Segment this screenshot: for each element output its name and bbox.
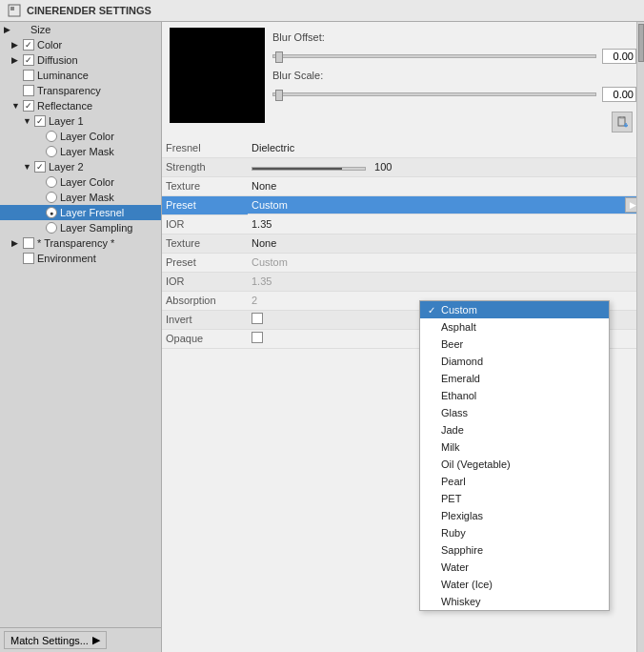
dropdown-item-6[interactable]: Glass [420,404,609,421]
tree-item-layer1[interactable]: ▼Layer 1 [0,113,161,129]
dropdown-check: ✓ [428,305,441,316]
tree-item-layer2-color[interactable]: Layer Color [0,174,161,190]
blur-offset-thumb[interactable] [275,51,283,63]
dropdown-item-9[interactable]: Oil (Vegetable) [420,456,609,473]
tree-radio[interactable] [46,192,57,203]
tree-checkbox[interactable] [23,54,34,66]
tree-toggle[interactable]: ▶ [4,25,15,34]
prop-name-2: Texture [162,176,248,195]
dropdown-item-label: Ruby [441,527,466,539]
tree-radio[interactable] [46,131,57,142]
tree-toggle[interactable]: ▼ [23,116,34,126]
tree-checkbox[interactable] [23,100,34,112]
prop-row-0[interactable]: FresnelDielectric [162,138,644,157]
dropdown-item-label: Asphalt [441,321,476,333]
dropdown-item-11[interactable]: PET [420,490,609,507]
tree-item-label: * Transparency * [37,237,114,249]
tree-item-label: Layer 2 [49,161,84,173]
prop-checkbox[interactable] [252,332,263,343]
tree-item-color[interactable]: ▶Color [0,37,161,52]
prop-row-3[interactable]: Preset Custom ▶ [162,195,644,214]
tree-toggle[interactable]: ▶ [11,55,23,65]
prop-row-5[interactable]: TextureNone [162,234,644,253]
tree-checkbox[interactable] [23,253,34,264]
blur-offset-row: Blur Offset: [272,31,636,43]
tree-item-luminance[interactable]: Luminance [0,68,161,83]
tree-checkbox[interactable] [23,70,34,81]
dropdown-item-12[interactable]: Plexiglas [420,507,609,524]
tree-radio[interactable] [46,207,57,218]
dropdown-item-7[interactable]: Jade [420,421,609,438]
tree-toggle[interactable]: ▼ [23,162,34,172]
blur-scale-thumb[interactable] [275,90,283,101]
tree-item-size[interactable]: ▶Size [0,22,161,37]
prop-row-1[interactable]: Strength 100 [162,157,644,176]
tree-toggle[interactable]: ▶ [11,40,23,50]
tree-item-layer2-mask[interactable]: Layer Mask [0,190,161,205]
scrollbar-thumb[interactable] [638,24,644,62]
strength-track[interactable] [252,167,366,171]
dropdown-item-label: Emerald [441,373,480,384]
right-scrollbar[interactable] [636,22,644,652]
properties-panel: FresnelDielectricStrength 100 TextureNon… [162,138,644,652]
dropdown-item-2[interactable]: Beer [420,336,609,353]
tree-item-layer-sampling[interactable]: Layer Sampling [0,220,161,235]
dropdown-item-label: Milk [441,441,460,453]
tree-item-layer2[interactable]: ▼Layer 2 [0,159,161,174]
tree-item-diffusion[interactable]: ▶Diffusion [0,52,161,68]
dropdown-item-15[interactable]: Water [420,559,609,576]
preset-dropdown[interactable]: ✓ Custom Asphalt Beer Diamond Emerald Et… [419,300,610,611]
tree-checkbox[interactable] [34,115,46,127]
tree-item-environment[interactable]: Environment [0,251,161,266]
tree-item-label: Transparency [37,85,101,96]
prop-row-6[interactable]: PresetCustom [162,253,644,272]
paste-button[interactable] [612,112,633,132]
prop-row-2[interactable]: TextureNone [162,176,644,195]
dropdown-item-17[interactable]: Whiskey [420,593,609,610]
dropdown-items-container: ✓ Custom Asphalt Beer Diamond Emerald Et… [420,301,609,610]
prop-value-0: Dielectric [248,138,644,157]
tree-checkbox[interactable] [23,85,34,96]
tree-toggle[interactable]: ▼ [11,101,23,111]
prop-value-3[interactable]: Custom ▶ [248,196,644,214]
dropdown-item-5[interactable]: Ethanol [420,387,609,404]
tree-checkbox[interactable] [34,161,46,173]
dropdown-item-0[interactable]: ✓ Custom [420,301,609,318]
tree-item-label: Color [37,39,62,51]
tree-item-label: Layer 1 [49,115,84,127]
blur-offset-value: 0.00 [602,49,636,64]
dropdown-item-3[interactable]: Diamond [420,353,609,370]
cinerender-icon [8,4,21,17]
dropdown-item-4[interactable]: Emerald [420,370,609,387]
tree-item-layer-fresnel[interactable]: Layer Fresnel [0,205,161,220]
dropdown-item-8[interactable]: Milk [420,438,609,456]
tree-radio[interactable] [46,146,57,157]
blur-offset-track[interactable] [272,54,596,58]
sliders-area: Blur Offset: 0.00 Blur Scale: [272,28,636,132]
tree-radio[interactable] [46,176,57,188]
tree-checkbox[interactable] [23,237,34,249]
tree-item-layer1-mask[interactable]: Layer Mask [0,144,161,159]
prop-row-7[interactable]: IOR1.35 [162,272,644,291]
tree-checkbox[interactable] [23,39,34,51]
prop-name-1: Strength [162,157,248,176]
prop-checkbox[interactable] [252,313,263,324]
tree-item-reflectance[interactable]: ▼Reflectance [0,98,161,113]
bottom-bar: Match Settings... ▶ [0,627,161,652]
blur-scale-track[interactable] [272,92,596,96]
dropdown-item-10[interactable]: Pearl [420,473,609,490]
dropdown-value: Custom [252,199,621,211]
svg-rect-2 [618,117,625,126]
tree-area[interactable]: ▶Size▶Color▶Diffusion Luminance Transpar… [0,22,161,627]
dropdown-item-13[interactable]: Ruby [420,524,609,541]
tree-item-transparency2[interactable]: ▶* Transparency * [0,235,161,251]
dropdown-item-16[interactable]: Water (Ice) [420,576,609,593]
tree-radio[interactable] [46,222,57,234]
tree-toggle[interactable]: ▶ [11,238,23,248]
tree-item-layer1-color[interactable]: Layer Color [0,129,161,144]
dropdown-item-1[interactable]: Asphalt [420,318,609,336]
match-settings-button[interactable]: Match Settings... ▶ [4,631,107,649]
prop-row-4[interactable]: IOR1.35 [162,214,644,234]
tree-item-transparency[interactable]: Transparency [0,83,161,98]
dropdown-item-14[interactable]: Sapphire [420,541,609,559]
